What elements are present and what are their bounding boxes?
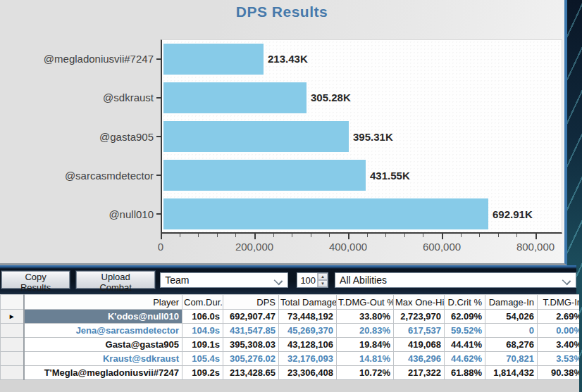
column-header[interactable]: Damage-In xyxy=(485,295,538,310)
spinner-up-icon[interactable]: ▲ xyxy=(318,273,328,280)
stat-cell[interactable]: 217,322 xyxy=(394,366,445,380)
stat-cell[interactable]: 70,821 xyxy=(485,352,538,366)
column-header[interactable]: Com.Dur. xyxy=(182,295,223,310)
x-minor-tick xyxy=(461,234,462,237)
stat-cell[interactable]: 32,176,093 xyxy=(279,352,337,366)
stat-cell[interactable]: 23,306,408 xyxy=(279,366,337,380)
stat-cell[interactable]: 20.83% xyxy=(337,324,394,338)
table-row[interactable]: Jena@sarcasmdetector104.9s431,547.8545,2… xyxy=(1,324,580,338)
row-header-cell[interactable] xyxy=(1,324,24,338)
y-category-label: @megladoniusvii#7247 xyxy=(0,53,156,65)
player-cell[interactable]: Gasta@gasta905 xyxy=(24,338,182,352)
x-minor-tick xyxy=(479,234,480,237)
x-major-tick xyxy=(535,234,537,239)
stat-cell[interactable]: 0.00% xyxy=(538,324,580,338)
y-tick xyxy=(156,175,162,176)
row-header-cell[interactable] xyxy=(1,338,24,352)
player-cell[interactable]: T'Megla@megladoniusvii#7247 xyxy=(24,366,182,380)
x-minor-tick xyxy=(198,234,199,237)
spinner-down-icon[interactable]: ▼ xyxy=(318,280,328,287)
x-minor-tick xyxy=(404,234,405,237)
app-window: DPS Results @megladoniusvii#7247213.43K@… xyxy=(0,0,582,392)
stat-cell[interactable]: 45,269,370 xyxy=(279,324,337,338)
y-category-label: @sdkraust xyxy=(0,91,156,103)
column-header[interactable]: T.DMG-Out % xyxy=(337,295,394,310)
stat-cell[interactable]: 213,428.65 xyxy=(223,366,279,380)
x-minor-tick xyxy=(217,234,218,237)
table-header-row: PlayerCom.Dur.DPSTotal DamageT.DMG-Out %… xyxy=(1,295,580,310)
stat-cell[interactable]: 73,448,192 xyxy=(279,310,337,324)
table-row[interactable]: Gasta@gasta905109.1s395,308.0343,128,106… xyxy=(1,338,580,352)
column-header[interactable]: Player xyxy=(24,295,182,310)
x-major-tick xyxy=(348,234,349,239)
stat-cell[interactable]: 3.53% xyxy=(538,352,580,366)
stat-cell[interactable]: 109.2s xyxy=(182,366,223,380)
stat-cell[interactable]: 692,907.47 xyxy=(223,310,279,324)
stat-cell[interactable]: 14.81% xyxy=(337,352,394,366)
y-category-label: @null010 xyxy=(0,208,156,220)
player-cell[interactable]: Jena@sarcasmdetector xyxy=(24,324,182,338)
x-minor-tick xyxy=(180,234,180,237)
stat-cell[interactable]: 0 xyxy=(485,324,538,338)
stat-cell[interactable]: 54,026 xyxy=(485,310,538,324)
copy-results-button[interactable]: Copy Results xyxy=(1,271,70,289)
player-cell[interactable]: K'odos@null010 xyxy=(24,310,182,324)
chevron-down-icon xyxy=(274,276,283,285)
stat-cell[interactable]: 3.40% xyxy=(538,338,580,352)
bar-slot: 395.31K xyxy=(163,117,564,156)
bar-slot: 305.28K xyxy=(163,78,564,117)
stat-cell[interactable]: 419,068 xyxy=(394,338,445,352)
stat-cell[interactable]: 431,547.85 xyxy=(223,324,279,338)
abilities-dropdown[interactable]: All Abilities xyxy=(335,272,576,288)
stat-cell[interactable]: 90.38% xyxy=(538,366,580,380)
table-row[interactable]: T'Megla@megladoniusvii#7247109.2s213,428… xyxy=(1,366,580,380)
stat-cell[interactable]: 109.1s xyxy=(182,338,223,352)
column-header[interactable]: Total Damage xyxy=(279,295,337,310)
y-tick xyxy=(156,97,162,99)
x-major-tick xyxy=(254,234,256,239)
stat-cell[interactable]: 617,537 xyxy=(394,324,445,338)
stat-cell[interactable]: 10.72% xyxy=(337,366,394,380)
column-header[interactable]: Max One-Hit xyxy=(394,295,445,310)
column-header[interactable]: D.Crit % xyxy=(445,295,485,310)
team-dropdown[interactable]: Team xyxy=(160,272,288,288)
stat-cell[interactable]: 61.88% xyxy=(445,366,485,380)
stat-cell[interactable]: 62.09% xyxy=(445,310,485,324)
table-row[interactable]: Kraust@sdkraust105.4s305,276.0232,176,09… xyxy=(1,352,580,366)
x-minor-tick xyxy=(292,234,292,237)
count-spinner[interactable]: 100 ▲ ▼ xyxy=(297,272,328,288)
stat-cell[interactable]: 59.52% xyxy=(445,324,485,338)
row-header-corner xyxy=(1,295,24,310)
row-header-cell[interactable] xyxy=(1,352,24,366)
results-table: PlayerCom.Dur.DPSTotal DamageT.DMG-Out %… xyxy=(0,294,579,380)
stat-cell[interactable]: 33.80% xyxy=(337,310,394,324)
upload-combat-button[interactable]: Upload Combat xyxy=(76,271,155,289)
stat-cell[interactable]: 105.4s xyxy=(182,352,223,366)
count-spinner-value[interactable]: 100 xyxy=(297,273,317,287)
bar-slot: 692.91K xyxy=(163,195,564,234)
stat-cell[interactable]: 305,276.02 xyxy=(223,352,279,366)
bar-row: @sarcasmdetector431.55K xyxy=(0,156,564,195)
x-tick-label: 200,000 xyxy=(235,241,273,253)
x-tick-label: 800,000 xyxy=(516,241,555,253)
stat-cell[interactable]: 43,128,106 xyxy=(279,338,337,352)
stat-cell[interactable]: 395,308.03 xyxy=(223,338,279,352)
player-cell[interactable]: Kraust@sdkraust xyxy=(24,352,182,366)
table-row[interactable]: ►K'odos@null010106.0s692,907.4773,448,19… xyxy=(1,310,580,324)
stat-cell[interactable]: 19.84% xyxy=(337,338,394,352)
stat-cell[interactable]: 44.62% xyxy=(445,352,485,366)
column-header[interactable]: DPS xyxy=(223,295,279,310)
row-header-cell[interactable] xyxy=(1,366,24,380)
stat-cell[interactable]: 1,814,432 xyxy=(485,366,538,380)
stat-cell[interactable]: 436,296 xyxy=(394,352,445,366)
bar-value-label: 395.31K xyxy=(353,131,393,143)
stat-cell[interactable]: 68,276 xyxy=(485,338,538,352)
abilities-dropdown-value: All Abilities xyxy=(340,274,387,286)
stat-cell[interactable]: 106.0s xyxy=(182,310,223,324)
stat-cell[interactable]: 2.69% xyxy=(538,310,580,324)
stat-cell[interactable]: 44.41% xyxy=(445,338,485,352)
column-header[interactable]: T.DMG-In xyxy=(538,295,580,310)
selected-row-arrow-icon[interactable]: ► xyxy=(1,310,24,324)
stat-cell[interactable]: 104.9s xyxy=(182,324,223,338)
stat-cell[interactable]: 2,723,970 xyxy=(394,310,445,324)
